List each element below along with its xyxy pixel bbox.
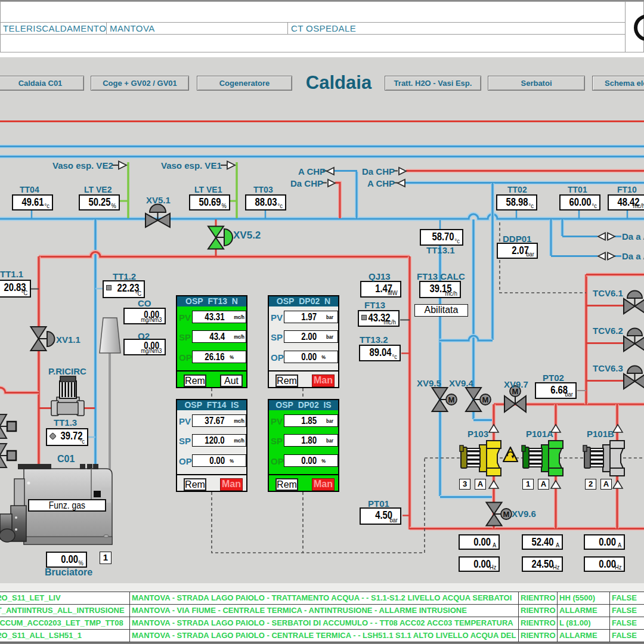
svg-text:M: M [448, 395, 455, 404]
svg-text:M: M [503, 510, 510, 519]
svg-text:M: M [482, 395, 489, 404]
